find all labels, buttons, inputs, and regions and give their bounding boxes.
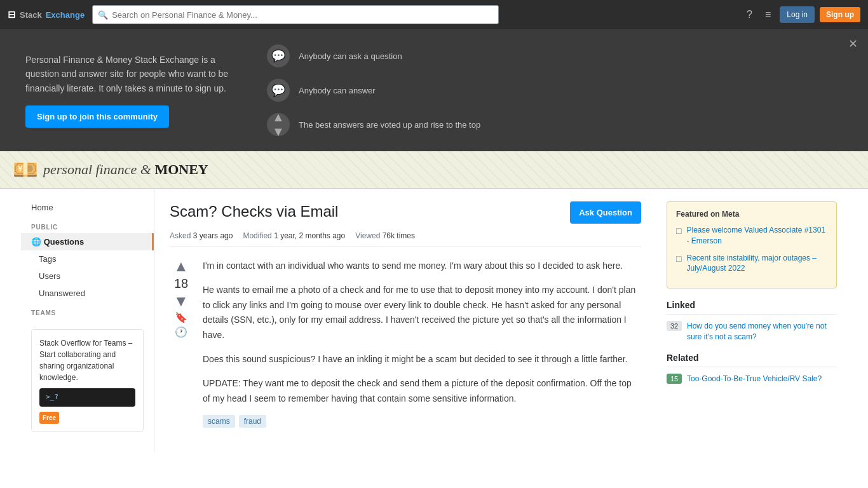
answer-icon: 💬: [267, 79, 290, 102]
modified-meta: Modified 1 year, 2 months ago: [243, 231, 345, 240]
linked-score-1: 32: [667, 321, 682, 331]
vote-icon: ▲▼: [267, 113, 290, 136]
post-p4: UPDATE: They want me to deposit the chec…: [203, 376, 641, 407]
promo-feature-ask: 💬 Anybody can ask a question: [267, 44, 480, 67]
bookmark-button[interactable]: 🔖: [175, 311, 187, 323]
history-button[interactable]: 🕐: [175, 326, 187, 338]
search-input[interactable]: [112, 10, 493, 20]
promo-feature-vote-label: The best answers are voted up and rise t…: [299, 120, 480, 130]
help-button[interactable]: ?: [743, 6, 756, 23]
promo-feature-answer: 💬 Anybody can answer: [267, 79, 480, 102]
featured-meta-box: Featured on Meta □ Please welcome Valued…: [667, 201, 837, 288]
sidebar-teams-label: TEAMS: [21, 302, 154, 319]
tag-fraud[interactable]: fraud: [239, 415, 266, 428]
promo-banner: Personal Finance & Money Stack Exchange …: [0, 29, 868, 151]
search-bar[interactable]: 🔍: [92, 5, 499, 24]
site-logo[interactable]: 💴 personal finance & MONEY: [13, 158, 208, 182]
inbox-button[interactable]: ≡: [761, 6, 775, 23]
sidebar-item-questions[interactable]: 🌐 Questions: [21, 233, 154, 250]
logo-exchange: Exchange: [46, 10, 85, 20]
vote-down-button[interactable]: ▼: [173, 294, 189, 309]
promo-description: Personal Finance & Money Stack Exchange …: [25, 53, 241, 95]
post-tags: scams fraud: [203, 415, 641, 428]
linked-link-1[interactable]: How do you send money when you're not su…: [687, 321, 837, 342]
post-body: I'm in contact with an individual who wa…: [203, 259, 641, 428]
join-community-button[interactable]: Sign up to join this community: [25, 105, 169, 128]
question-title: Scam? Checks via Email: [170, 201, 338, 221]
sidebar: Home PUBLIC 🌐 Questions Tags Users Unans…: [21, 189, 154, 452]
sidebar-item-tags[interactable]: Tags: [21, 250, 154, 268]
question-header: Scam? Checks via Email Ask Question: [170, 201, 641, 224]
sidebar-item-unanswered[interactable]: Unanswered: [21, 285, 154, 302]
promo-close-button[interactable]: ✕: [848, 37, 858, 51]
ask-question-button[interactable]: Ask Question: [570, 201, 641, 224]
main-layout: Home PUBLIC 🌐 Questions Tags Users Unans…: [21, 189, 847, 452]
logo-icon: ⊟: [8, 9, 16, 20]
linked-section: Linked 32 How do you send money when you…: [667, 300, 837, 342]
tag-scams[interactable]: scams: [203, 415, 235, 428]
vote-cell: ▲ 18 ▼ 🔖 🕐: [170, 259, 193, 428]
featured-meta-title: Featured on Meta: [676, 210, 827, 219]
post-layout: ▲ 18 ▼ 🔖 🕐 I'm in contact with an indivi…: [170, 259, 641, 428]
promo-text: Personal Finance & Money Stack Exchange …: [25, 53, 241, 128]
asked-meta: Asked 3 years ago: [170, 231, 233, 240]
site-logo-nav[interactable]: ⊟ StackExchange: [8, 9, 85, 20]
vote-up-button[interactable]: ▲: [173, 259, 189, 274]
linked-title: Linked: [667, 300, 837, 315]
signup-button[interactable]: Sign up: [820, 7, 860, 22]
globe-icon: 🌐: [31, 237, 44, 247]
featured-item-2: □ Recent site instability, major outages…: [676, 253, 827, 274]
sidebar-nav: Home PUBLIC 🌐 Questions Tags Users Unans…: [21, 199, 154, 319]
teams-code-box: >_?: [39, 388, 135, 407]
promo-features: 💬 Anybody can ask a question 💬 Anybody c…: [267, 44, 480, 136]
meta-icon-1: □: [676, 226, 681, 236]
teams-title: Stack Overflow for Teams: [39, 339, 126, 348]
post-p2: He wants to email me a photo of a check …: [203, 283, 641, 343]
post-p3: Does this sound suspicious? I have an in…: [203, 352, 641, 367]
site-logo-icon: 💴: [13, 158, 38, 182]
related-title: Related: [667, 353, 837, 367]
site-name-bold: MONEY: [154, 161, 208, 177]
featured-link-2[interactable]: Recent site instability, major outages –…: [686, 253, 827, 274]
search-icon: 🔍: [98, 10, 108, 20]
viewed-meta: Viewed 76k times: [355, 231, 415, 240]
related-section: Related 15 Too-Good-To-Be-True Vehicle/R…: [667, 353, 837, 384]
free-badge: Free: [39, 412, 59, 424]
right-sidebar: Featured on Meta □ Please welcome Valued…: [656, 189, 847, 452]
post-p1: I'm in contact with an individual who wa…: [203, 259, 641, 274]
top-navigation: ⊟ StackExchange 🔍 ? ≡ Log in Sign up: [0, 0, 868, 29]
sidebar-item-users[interactable]: Users: [21, 268, 154, 285]
promo-feature-vote: ▲▼ The best answers are voted up and ris…: [267, 113, 480, 136]
promo-feature-ask-label: Anybody can ask a question: [299, 51, 402, 61]
related-item-1: 15 Too-Good-To-Be-True Vehicle/RV Sale?: [667, 374, 837, 384]
featured-item-1: □ Please welcome Valued Associate #1301 …: [676, 225, 827, 247]
related-link-1[interactable]: Too-Good-To-Be-True Vehicle/RV Sale?: [687, 374, 822, 384]
content-area: Scam? Checks via Email Ask Question Aske…: [154, 189, 656, 452]
logo-stack: Stack: [20, 10, 42, 20]
featured-link-1[interactable]: Please welcome Valued Associate #1301 - …: [686, 225, 827, 247]
related-score-1: 15: [667, 374, 682, 384]
login-button[interactable]: Log in: [780, 6, 815, 23]
site-logo-text: personal finance & MONEY: [43, 161, 208, 178]
chat-icon: 💬: [267, 44, 290, 67]
promo-feature-answer-label: Anybody can answer: [299, 86, 376, 95]
sidebar-item-home[interactable]: Home: [21, 199, 154, 216]
sidebar-public-label: PUBLIC: [21, 216, 154, 233]
site-name-italic: personal finance &: [43, 161, 151, 177]
vote-count: 18: [174, 276, 188, 291]
nav-right: ? ≡ Log in Sign up: [743, 6, 860, 23]
teams-box: Stack Overflow for Teams – Start collabo…: [31, 329, 144, 432]
question-meta: Asked 3 years ago Modified 1 year, 2 mon…: [170, 231, 641, 247]
meta-icon-2: □: [676, 254, 681, 264]
site-header: 💴 personal finance & MONEY: [0, 151, 868, 189]
linked-item-1: 32 How do you send money when you're not…: [667, 321, 837, 342]
